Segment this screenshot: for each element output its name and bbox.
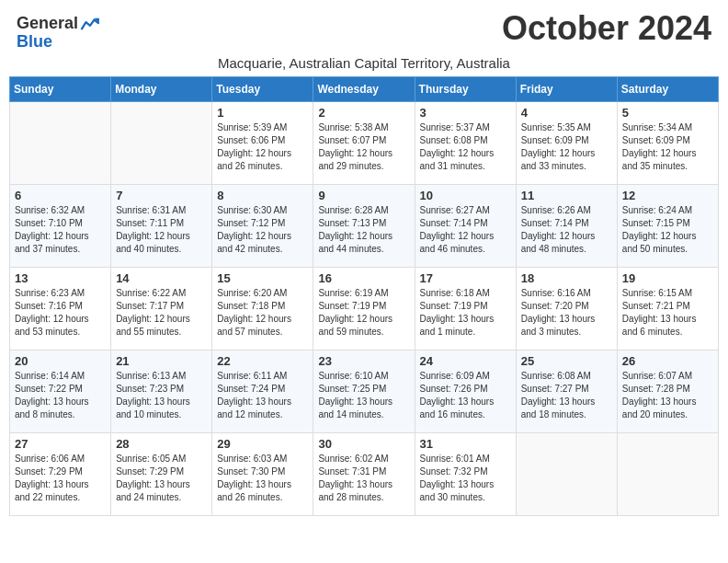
logo-blue: Blue bbox=[17, 33, 100, 52]
day-number: 28 bbox=[116, 437, 207, 451]
calendar-week-1: 1Sunrise: 5:39 AM Sunset: 6:06 PM Daylig… bbox=[10, 101, 719, 184]
day-info: Sunrise: 6:15 AM Sunset: 7:21 PM Dayligh… bbox=[622, 287, 713, 339]
calendar-cell: 17Sunrise: 6:18 AM Sunset: 7:19 PM Dayli… bbox=[415, 267, 516, 350]
calendar-cell: 21Sunrise: 6:13 AM Sunset: 7:23 PM Dayli… bbox=[111, 350, 212, 432]
day-info: Sunrise: 6:11 AM Sunset: 7:24 PM Dayligh… bbox=[217, 370, 308, 421]
day-number: 1 bbox=[217, 106, 308, 120]
logo: General Blue bbox=[17, 15, 100, 52]
day-info: Sunrise: 6:02 AM Sunset: 7:31 PM Dayligh… bbox=[318, 453, 409, 504]
day-number: 21 bbox=[116, 354, 207, 368]
day-number: 26 bbox=[622, 354, 713, 368]
day-number: 30 bbox=[318, 437, 409, 451]
calendar-cell: 18Sunrise: 6:16 AM Sunset: 7:20 PM Dayli… bbox=[516, 267, 617, 350]
calendar-header-row: SundayMondayTuesdayWednesdayThursdayFrid… bbox=[10, 76, 719, 101]
day-info: Sunrise: 6:13 AM Sunset: 7:23 PM Dayligh… bbox=[116, 370, 207, 421]
calendar-cell bbox=[516, 432, 617, 515]
calendar-header-friday: Friday bbox=[516, 76, 617, 101]
calendar-cell: 13Sunrise: 6:23 AM Sunset: 7:16 PM Dayli… bbox=[10, 267, 111, 350]
day-number: 6 bbox=[15, 189, 106, 202]
day-number: 22 bbox=[217, 354, 308, 368]
day-number: 8 bbox=[217, 189, 308, 202]
calendar-header-tuesday: Tuesday bbox=[212, 76, 313, 101]
day-info: Sunrise: 5:39 AM Sunset: 6:06 PM Dayligh… bbox=[217, 121, 308, 173]
day-number: 16 bbox=[318, 271, 409, 285]
day-number: 27 bbox=[15, 437, 106, 451]
calendar-cell: 23Sunrise: 6:10 AM Sunset: 7:25 PM Dayli… bbox=[313, 350, 415, 432]
calendar-cell: 6Sunrise: 6:32 AM Sunset: 7:10 PM Daylig… bbox=[10, 184, 111, 267]
calendar-cell: 9Sunrise: 6:28 AM Sunset: 7:13 PM Daylig… bbox=[313, 184, 415, 267]
day-info: Sunrise: 6:27 AM Sunset: 7:14 PM Dayligh… bbox=[420, 204, 511, 256]
calendar-week-2: 6Sunrise: 6:32 AM Sunset: 7:10 PM Daylig… bbox=[10, 184, 719, 267]
calendar-cell: 29Sunrise: 6:03 AM Sunset: 7:30 PM Dayli… bbox=[212, 432, 313, 515]
calendar-cell: 30Sunrise: 6:02 AM Sunset: 7:31 PM Dayli… bbox=[313, 432, 415, 515]
calendar-header-wednesday: Wednesday bbox=[313, 76, 415, 101]
day-number: 5 bbox=[622, 106, 713, 120]
calendar-cell: 1Sunrise: 5:39 AM Sunset: 6:06 PM Daylig… bbox=[212, 101, 313, 184]
calendar-cell: 11Sunrise: 6:26 AM Sunset: 7:14 PM Dayli… bbox=[516, 184, 617, 267]
day-info: Sunrise: 6:08 AM Sunset: 7:27 PM Dayligh… bbox=[521, 370, 612, 421]
day-info: Sunrise: 5:34 AM Sunset: 6:09 PM Dayligh… bbox=[622, 121, 713, 173]
day-info: Sunrise: 6:19 AM Sunset: 7:19 PM Dayligh… bbox=[318, 287, 409, 339]
calendar-week-5: 27Sunrise: 6:06 AM Sunset: 7:29 PM Dayli… bbox=[10, 432, 719, 515]
calendar-cell: 14Sunrise: 6:22 AM Sunset: 7:17 PM Dayli… bbox=[111, 267, 212, 350]
day-info: Sunrise: 6:28 AM Sunset: 7:13 PM Dayligh… bbox=[318, 204, 409, 256]
location-subtitle: Macquarie, Australian Capital Territory,… bbox=[9, 55, 719, 71]
calendar-cell: 26Sunrise: 6:07 AM Sunset: 7:28 PM Dayli… bbox=[617, 350, 718, 432]
calendar-cell: 25Sunrise: 6:08 AM Sunset: 7:27 PM Dayli… bbox=[516, 350, 617, 432]
day-info: Sunrise: 6:07 AM Sunset: 7:28 PM Dayligh… bbox=[622, 370, 713, 421]
day-info: Sunrise: 6:18 AM Sunset: 7:19 PM Dayligh… bbox=[420, 287, 511, 339]
calendar-cell: 10Sunrise: 6:27 AM Sunset: 7:14 PM Dayli… bbox=[415, 184, 516, 267]
day-number: 20 bbox=[15, 354, 106, 368]
day-number: 13 bbox=[15, 271, 106, 285]
calendar-cell: 22Sunrise: 6:11 AM Sunset: 7:24 PM Dayli… bbox=[212, 350, 313, 432]
day-number: 19 bbox=[622, 271, 713, 285]
calendar-cell: 16Sunrise: 6:19 AM Sunset: 7:19 PM Dayli… bbox=[313, 267, 415, 350]
day-info: Sunrise: 6:23 AM Sunset: 7:16 PM Dayligh… bbox=[15, 287, 106, 339]
calendar-cell: 31Sunrise: 6:01 AM Sunset: 7:32 PM Dayli… bbox=[415, 432, 516, 515]
calendar-cell: 19Sunrise: 6:15 AM Sunset: 7:21 PM Dayli… bbox=[617, 267, 718, 350]
day-number: 14 bbox=[116, 271, 207, 285]
calendar-cell: 5Sunrise: 5:34 AM Sunset: 6:09 PM Daylig… bbox=[617, 101, 718, 184]
logo-general: General bbox=[17, 15, 78, 33]
day-info: Sunrise: 6:32 AM Sunset: 7:10 PM Dayligh… bbox=[15, 204, 106, 256]
day-number: 10 bbox=[420, 189, 511, 202]
day-number: 11 bbox=[521, 189, 612, 202]
day-info: Sunrise: 6:22 AM Sunset: 7:17 PM Dayligh… bbox=[116, 287, 207, 339]
calendar-cell bbox=[10, 101, 111, 184]
day-number: 15 bbox=[217, 271, 308, 285]
day-number: 18 bbox=[521, 271, 612, 285]
day-info: Sunrise: 6:24 AM Sunset: 7:15 PM Dayligh… bbox=[622, 204, 713, 256]
day-info: Sunrise: 6:16 AM Sunset: 7:20 PM Dayligh… bbox=[521, 287, 612, 339]
day-info: Sunrise: 5:37 AM Sunset: 6:08 PM Dayligh… bbox=[420, 121, 511, 173]
calendar-header-saturday: Saturday bbox=[617, 76, 718, 101]
day-info: Sunrise: 6:26 AM Sunset: 7:14 PM Dayligh… bbox=[521, 204, 612, 256]
day-info: Sunrise: 6:03 AM Sunset: 7:30 PM Dayligh… bbox=[217, 453, 308, 504]
day-info: Sunrise: 5:35 AM Sunset: 6:09 PM Dayligh… bbox=[521, 121, 612, 173]
calendar-cell bbox=[617, 432, 718, 515]
calendar-cell: 15Sunrise: 6:20 AM Sunset: 7:18 PM Dayli… bbox=[212, 267, 313, 350]
calendar-cell: 28Sunrise: 6:05 AM Sunset: 7:29 PM Dayli… bbox=[111, 432, 212, 515]
calendar-header-thursday: Thursday bbox=[415, 76, 516, 101]
day-info: Sunrise: 6:31 AM Sunset: 7:11 PM Dayligh… bbox=[116, 204, 207, 256]
day-info: Sunrise: 5:38 AM Sunset: 6:07 PM Dayligh… bbox=[318, 121, 409, 173]
calendar-cell: 24Sunrise: 6:09 AM Sunset: 7:26 PM Dayli… bbox=[415, 350, 516, 432]
day-number: 12 bbox=[622, 189, 713, 202]
day-number: 3 bbox=[420, 106, 511, 120]
title-area: October 2024 bbox=[502, 9, 711, 48]
day-info: Sunrise: 6:30 AM Sunset: 7:12 PM Dayligh… bbox=[217, 204, 308, 256]
calendar-cell: 7Sunrise: 6:31 AM Sunset: 7:11 PM Daylig… bbox=[111, 184, 212, 267]
day-number: 4 bbox=[521, 106, 612, 120]
calendar-header-monday: Monday bbox=[111, 76, 212, 101]
calendar-week-3: 13Sunrise: 6:23 AM Sunset: 7:16 PM Dayli… bbox=[10, 267, 719, 350]
day-number: 2 bbox=[318, 106, 409, 120]
day-info: Sunrise: 6:10 AM Sunset: 7:25 PM Dayligh… bbox=[318, 370, 409, 421]
calendar-cell: 3Sunrise: 5:37 AM Sunset: 6:08 PM Daylig… bbox=[415, 101, 516, 184]
day-info: Sunrise: 6:09 AM Sunset: 7:26 PM Dayligh… bbox=[420, 370, 511, 421]
month-title: October 2024 bbox=[502, 9, 711, 48]
calendar-cell: 2Sunrise: 5:38 AM Sunset: 6:07 PM Daylig… bbox=[313, 101, 415, 184]
calendar-cell: 4Sunrise: 5:35 AM Sunset: 6:09 PM Daylig… bbox=[516, 101, 617, 184]
calendar-cell bbox=[111, 101, 212, 184]
logo-icon bbox=[80, 16, 100, 32]
day-number: 17 bbox=[420, 271, 511, 285]
day-number: 25 bbox=[521, 354, 612, 368]
